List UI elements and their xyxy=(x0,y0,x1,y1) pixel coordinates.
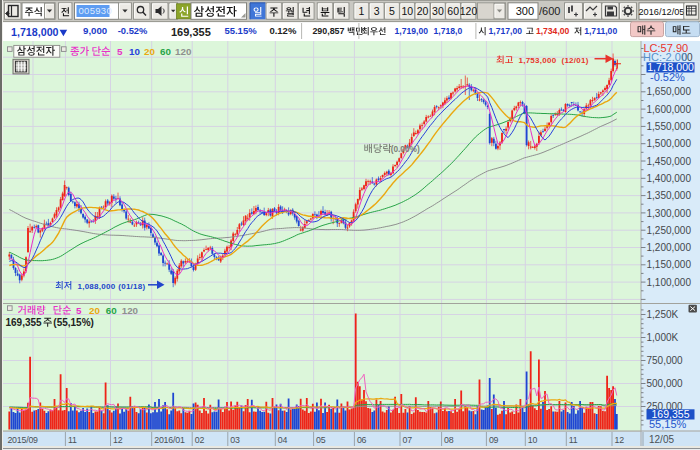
svg-text:(12/01): (12/01) xyxy=(562,56,589,65)
svg-text:1,250,000: 1,250,000 xyxy=(647,225,692,236)
svg-text:1,718,0: 1,718,0 xyxy=(434,26,463,36)
svg-text:1,250K: 1,250K xyxy=(647,309,679,320)
svg-text:1,150,000: 1,150,000 xyxy=(647,259,692,270)
svg-text:(55,15%): (55,15%) xyxy=(53,317,94,328)
svg-text:1,500,000: 1,500,000 xyxy=(647,138,692,149)
svg-text:10: 10 xyxy=(528,435,538,445)
svg-text:1,000K: 1,000K xyxy=(647,332,679,343)
svg-text:1: 1 xyxy=(358,5,364,17)
svg-text:1,088,000: 1,088,000 xyxy=(78,282,116,291)
svg-text:55,15%: 55,15% xyxy=(649,418,687,430)
svg-text:0.12%: 0.12% xyxy=(269,25,296,36)
svg-text:2015/09: 2015/09 xyxy=(7,435,38,445)
svg-text:3: 3 xyxy=(374,5,380,17)
svg-text:-0.52%: -0.52% xyxy=(650,71,685,83)
svg-text:06: 06 xyxy=(357,435,367,445)
svg-text:750,000: 750,000 xyxy=(647,355,684,366)
svg-text:1,719,00: 1,719,00 xyxy=(395,26,429,36)
svg-text:2016/01: 2016/01 xyxy=(154,435,185,445)
svg-text:1,550,000: 1,550,000 xyxy=(647,121,692,132)
svg-text:-0.52%: -0.52% xyxy=(118,25,148,36)
svg-text:20: 20 xyxy=(89,305,100,316)
svg-text:2016/12/05: 2016/12/05 xyxy=(639,7,685,17)
svg-text:20: 20 xyxy=(144,46,155,57)
svg-text:1,350,000: 1,350,000 xyxy=(647,190,692,201)
svg-text:300: 300 xyxy=(516,5,534,17)
svg-text:1,734,00: 1,734,00 xyxy=(536,26,570,36)
svg-text:/600: /600 xyxy=(539,5,560,17)
svg-text:60: 60 xyxy=(160,46,171,57)
svg-text:9,000: 9,000 xyxy=(83,25,107,36)
svg-text:1,450,000: 1,450,000 xyxy=(647,156,692,167)
svg-text:(0.00%): (0.00%) xyxy=(391,144,420,154)
svg-text:1,400,000: 1,400,000 xyxy=(647,173,692,184)
svg-text:290,857: 290,857 xyxy=(312,26,344,36)
svg-text:1,753,000: 1,753,000 xyxy=(519,56,557,65)
svg-text:120: 120 xyxy=(175,46,192,57)
svg-text:1,711,00: 1,711,00 xyxy=(584,26,617,36)
svg-text:05: 05 xyxy=(316,435,326,445)
svg-text:08: 08 xyxy=(444,435,454,445)
svg-text:1,717,00: 1,717,00 xyxy=(489,26,523,36)
svg-text:005930: 005930 xyxy=(79,5,113,16)
svg-text:5: 5 xyxy=(76,305,82,316)
svg-text:1,600,000: 1,600,000 xyxy=(647,104,692,115)
svg-text:11: 11 xyxy=(569,435,578,445)
svg-text:1,200,000: 1,200,000 xyxy=(647,242,692,253)
svg-text:500,000: 500,000 xyxy=(647,378,684,389)
svg-text:10: 10 xyxy=(401,5,413,17)
svg-text:5: 5 xyxy=(117,46,123,57)
svg-text:60: 60 xyxy=(106,305,117,316)
svg-text:30: 30 xyxy=(432,5,444,17)
svg-text:10: 10 xyxy=(129,46,140,57)
svg-text:12: 12 xyxy=(113,435,123,445)
svg-text:169,355: 169,355 xyxy=(6,317,43,328)
svg-text:02: 02 xyxy=(195,435,205,445)
svg-text:03: 03 xyxy=(230,435,240,445)
svg-text:12: 12 xyxy=(615,435,625,445)
svg-text:1,650,000: 1,650,000 xyxy=(647,86,692,97)
svg-text:20: 20 xyxy=(417,5,429,17)
svg-text:04: 04 xyxy=(278,435,288,445)
svg-text:120: 120 xyxy=(460,5,478,17)
svg-text:55.15%: 55.15% xyxy=(224,25,257,36)
svg-text:60: 60 xyxy=(447,5,459,17)
svg-text:169,355: 169,355 xyxy=(171,26,211,38)
svg-text:(01/18): (01/18) xyxy=(118,282,145,291)
svg-text:120: 120 xyxy=(122,305,139,316)
svg-text:09: 09 xyxy=(489,435,499,445)
svg-text:1,100,000: 1,100,000 xyxy=(647,277,692,288)
svg-text:11: 11 xyxy=(68,435,77,445)
svg-text:07: 07 xyxy=(403,435,413,445)
svg-text:5: 5 xyxy=(389,5,395,17)
svg-text:1,300,000: 1,300,000 xyxy=(647,208,692,219)
svg-text:12/05: 12/05 xyxy=(649,434,674,445)
svg-text:1,718,000: 1,718,000 xyxy=(11,26,59,38)
